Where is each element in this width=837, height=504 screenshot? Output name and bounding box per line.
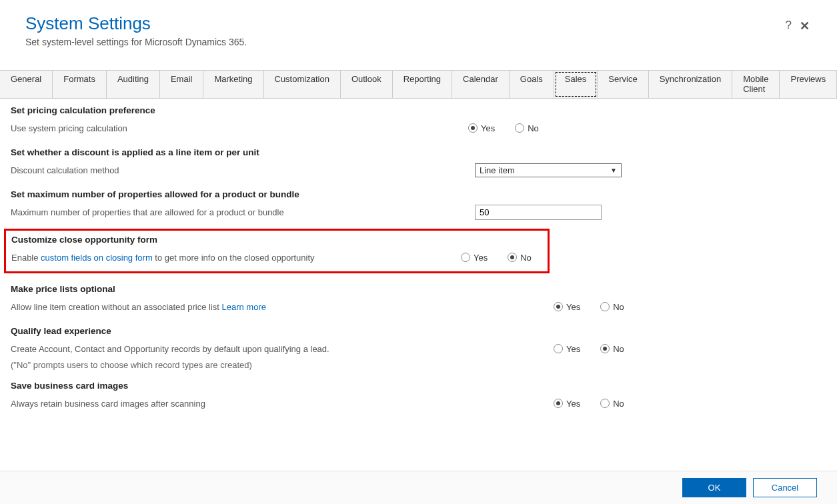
radio-icon [554,302,563,311]
section-discount-heading: Set whether a discount is applied as a l… [11,147,826,157]
section-bizcard-heading: Save business card images [11,381,826,391]
help-icon[interactable]: ? [786,19,792,33]
radio-icon [600,344,610,353]
radio-icon [554,399,563,408]
qualify-label: Create Account, Contact and Opportunity … [11,344,554,354]
radio-icon [600,399,610,408]
tab-email[interactable]: Email [160,71,204,98]
bizcard-radio-yes[interactable]: Yes [554,399,580,409]
dialog-header: System Settings Set system-level setting… [0,0,837,58]
pricelist-label: Allow line item creation without an asso… [11,302,554,312]
pricelist-learn-more-link[interactable]: Learn more [221,302,265,312]
tab-calendar[interactable]: Calendar [452,71,510,98]
pricelist-radio-no[interactable]: No [600,302,624,312]
qualify-radio-yes[interactable]: Yes [554,344,580,354]
pricing-radio-yes[interactable]: Yes [468,123,495,133]
closeform-radio-yes[interactable]: Yes [461,253,488,263]
radio-icon [600,302,610,311]
qualify-note: ("No" prompts users to choose which reco… [11,360,826,370]
section-qualify-heading: Qualify lead experience [11,326,826,336]
bizcard-radio-no[interactable]: No [600,399,624,409]
page-subtitle: Set system-level settings for Microsoft … [25,37,247,47]
discount-label: Discount calculation method [11,165,475,175]
radio-icon [515,123,524,133]
settings-content: Set pricing calculation preference Use s… [0,99,837,471]
radio-icon [508,253,517,262]
tab-reporting[interactable]: Reporting [393,71,452,98]
tab-sales[interactable]: Sales [554,71,598,98]
qualify-radio-no[interactable]: No [600,344,624,354]
highlight-close-opportunity: Customize close opportunity form Enable … [4,229,550,273]
tab-auditing[interactable]: Auditing [107,71,160,98]
tab-mobile-client[interactable]: Mobile Client [732,71,780,98]
pricelist-radio-yes[interactable]: Yes [554,302,580,312]
tab-formats[interactable]: Formats [53,71,107,98]
dialog-footer: OK Cancel [0,471,837,504]
bizcard-label: Always retain business card images after… [11,399,554,409]
tab-outlook[interactable]: Outlook [341,71,393,98]
chevron-down-icon: ▼ [610,167,617,174]
tab-previews[interactable]: Previews [780,71,837,98]
tab-service[interactable]: Service [598,71,648,98]
tab-synchronization[interactable]: Synchronization [649,71,733,98]
tab-marketing[interactable]: Marketing [203,71,263,98]
radio-icon [554,344,563,353]
section-pricelist-heading: Make price lists optional [11,284,826,294]
tab-goals[interactable]: Goals [510,71,554,98]
section-closeform-heading: Customize close opportunity form [11,235,542,245]
tab-bar: General Formats Auditing Email Marketing… [0,70,837,99]
discount-method-select[interactable]: Line item ▼ [475,163,622,177]
closeform-link[interactable]: custom fields on closing form [41,253,153,263]
ok-button[interactable]: OK [682,478,746,497]
radio-icon [468,123,478,133]
cancel-button[interactable]: Cancel [753,478,817,497]
closeform-label: Enable custom fields on closing form to … [11,253,461,263]
pricing-radio-no[interactable]: No [515,123,539,133]
close-icon[interactable]: ✕ [800,19,810,33]
maxprops-input[interactable] [475,205,602,220]
maxprops-label: Maximum number of properties that are al… [11,207,475,217]
pricing-label: Use system pricing calculation [11,123,468,133]
radio-icon [461,253,470,262]
section-maxprops-heading: Set maximum number of properties allowed… [11,189,826,199]
tab-customization[interactable]: Customization [264,71,341,98]
closeform-radio-no[interactable]: No [508,253,532,263]
page-title: System Settings [25,13,247,34]
section-pricing-heading: Set pricing calculation preference [11,105,826,115]
tab-general[interactable]: General [0,71,53,98]
